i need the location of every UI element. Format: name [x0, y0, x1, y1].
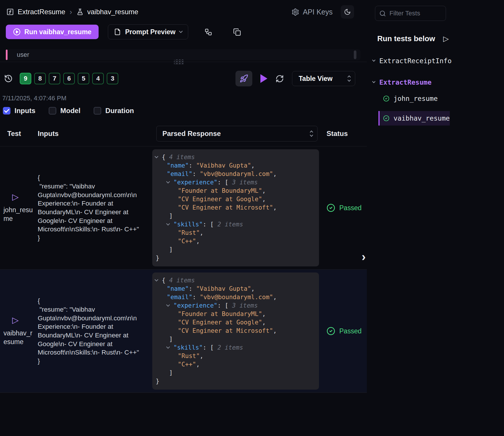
status-cell: Passed: [319, 149, 367, 266]
checkbox-label: Model: [60, 107, 80, 115]
main-panel: ExtractResume › vaibhav_resume API Keys: [0, 0, 367, 436]
run-history-button-8[interactable]: 8: [34, 73, 46, 84]
test-group-ExtractReceiptInfo[interactable]: ExtractReceiptInfo: [371, 57, 504, 65]
play-outline-icon: ▷: [443, 34, 449, 43]
resize-handle[interactable]: [174, 59, 184, 65]
view-mode-select[interactable]: Table View: [292, 71, 355, 86]
table-row-john_resume[interactable]: ▷ john_resume { "resume": "Vaibhav Gupta…: [0, 146, 367, 269]
filter-checkbox-model[interactable]: Model: [49, 107, 80, 115]
test-name: vaibhav_resume: [3, 329, 34, 346]
breadcrumb-app[interactable]: ExtractResume: [18, 8, 65, 16]
prompt-role-bar[interactable]: user: [6, 49, 360, 60]
top-bar: ExtractResume › vaibhav_resume API Keys: [0, 0, 367, 19]
column-header-inputs: Inputs: [38, 130, 152, 138]
breadcrumb: ExtractResume › vaibhav_resume: [6, 8, 138, 17]
chevron-down-icon: [372, 80, 375, 83]
parsed-response-json[interactable]: { 4 items"name": "Vaibhav Gupta","email"…: [152, 272, 319, 390]
inputs-cell: { "resume": "Vaibhav Gupta\nvbv@boundary…: [38, 272, 152, 390]
run-history-button-4[interactable]: 4: [92, 73, 104, 84]
checkbox-icon[interactable]: [49, 107, 56, 115]
run-timestamp: 7/11/2025, 4:07:46 PM: [0, 86, 367, 102]
test-item-label: john_resume: [394, 95, 438, 102]
table-row-vaibhav_resume[interactable]: ▷ vaibhav_resume { "resume": "Vaibhav Gu…: [0, 269, 367, 393]
moon-icon: [344, 8, 351, 15]
status-label: Passed: [339, 204, 362, 212]
run-history-button-3[interactable]: 3: [107, 73, 118, 84]
chevron-down-icon: [372, 58, 375, 61]
next-panel-button[interactable]: ›: [362, 250, 366, 264]
test-input: { "resume": "Vaibhav Gupta\nvbv@boundary…: [38, 297, 139, 366]
run-test-button[interactable]: Run vaibhav_resume: [6, 25, 99, 39]
checkbox-icon[interactable]: [94, 107, 101, 115]
role-indicator-bar: [6, 50, 8, 60]
run-history-button-6[interactable]: 6: [63, 73, 75, 84]
checkbox-icon[interactable]: [3, 107, 10, 115]
test-input: { "resume": "Vaibhav Gupta\nvbv@boundary…: [38, 173, 139, 242]
copy-button[interactable]: [233, 28, 241, 36]
column-filters: InputsModelDuration: [0, 102, 367, 115]
run-bar-right: Table View: [235, 71, 355, 86]
circle-play-icon: [13, 28, 21, 36]
toolbar: Run vaibhav_resume Prompt Preview: [0, 19, 367, 39]
filter-tests-box[interactable]: [375, 6, 446, 21]
filter-tests-input[interactable]: [389, 10, 439, 17]
passed-check-icon: [327, 327, 335, 335]
test-item-vaibhav_resume[interactable]: vaibhav_resume: [378, 111, 450, 126]
parsed-response-json[interactable]: { 4 items"name": "Vaibhav Gupta","email"…: [152, 149, 319, 266]
search-icon: [379, 10, 386, 17]
run-history-bar: 9876543 Table View: [0, 62, 367, 86]
history-icon[interactable]: [4, 74, 13, 83]
passed-check-icon: [383, 115, 389, 121]
table-header: Test Inputs Parsed Response Status: [0, 126, 367, 146]
test-tree: ExtractReceiptInfoExtractResumejohn_resu…: [371, 57, 504, 126]
parsed-cell: { 4 items"name": "Vaibhav Gupta","email"…: [152, 272, 319, 390]
filter-checkbox-inputs[interactable]: Inputs: [3, 107, 35, 115]
test-group-label: ExtractReceiptInfo: [379, 57, 452, 65]
scrollbar-thumb[interactable]: [354, 50, 356, 59]
theme-toggle-button[interactable]: [341, 5, 354, 19]
chevrons-up-down-icon: [348, 76, 350, 81]
top-bar-right: API Keys: [291, 5, 354, 19]
gear-icon: [291, 8, 299, 16]
run-button-label: Run vaibhav_resume: [24, 28, 91, 36]
prompt-preview-button[interactable]: Prompt Preview: [108, 24, 188, 39]
file-icon: [114, 28, 121, 35]
checkbox-label: Inputs: [14, 107, 35, 115]
run-history-button-9[interactable]: 9: [20, 73, 31, 84]
api-keys-button[interactable]: API Keys: [291, 8, 333, 16]
app-root: ExtractResume › vaibhav_resume API Keys: [0, 0, 504, 436]
workflow-button[interactable]: [204, 28, 212, 36]
copy-icon: [233, 28, 241, 36]
parsed-cell: { 4 items"name": "Vaibhav Gupta","email"…: [152, 149, 319, 266]
tests-sidebar: Run tests below ▷ ExtractReceiptInfoExtr…: [367, 0, 504, 436]
workflow-icon: [204, 28, 212, 36]
status-label: Passed: [339, 327, 362, 335]
parsed-response-select[interactable]: Parsed Response: [156, 126, 318, 141]
run-tests-below-button[interactable]: Run tests below ▷: [371, 34, 504, 43]
test-group-ExtractResume[interactable]: ExtractResume: [371, 79, 504, 86]
rocket-icon: [240, 74, 248, 83]
run-history: 9876543: [20, 73, 121, 84]
flask-icon: [77, 8, 84, 15]
filter-checkbox-duration[interactable]: Duration: [94, 107, 134, 115]
run-row-test-icon[interactable]: ▷: [12, 193, 24, 201]
run-history-button-7[interactable]: 7: [49, 73, 60, 84]
view-mode-label: Table View: [299, 75, 333, 83]
chevron-down-icon: [179, 29, 183, 33]
prompt-preview-label: Prompt Preview: [125, 28, 175, 36]
test-item-john_resume[interactable]: john_resume: [378, 91, 450, 106]
rocket-toggle[interactable]: [235, 71, 252, 86]
breadcrumb-separator-icon: ›: [70, 8, 72, 17]
column-header-test: Test: [0, 130, 38, 138]
run-row-test-icon[interactable]: ▷: [12, 316, 24, 324]
table-body: ▷ john_resume { "resume": "Vaibhav Gupta…: [0, 146, 367, 393]
run-play-button[interactable]: [260, 74, 267, 83]
status-cell: Passed: [319, 272, 367, 390]
test-cell: ▷ vaibhav_resume: [0, 272, 38, 390]
test-cell: ▷ john_resume: [0, 149, 38, 266]
run-tests-below-label: Run tests below: [377, 34, 435, 43]
api-keys-label: API Keys: [303, 8, 333, 16]
run-history-button-5[interactable]: 5: [78, 73, 89, 84]
refresh-button[interactable]: [275, 75, 284, 83]
checkbox-label: Duration: [105, 107, 134, 115]
